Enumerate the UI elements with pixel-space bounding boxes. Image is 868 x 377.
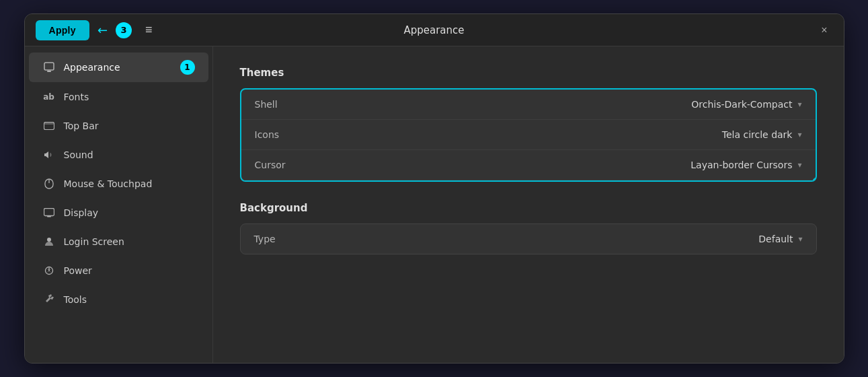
sidebar-item-tools-label: Tools (64, 294, 195, 305)
main-window: Apply ← 3 ≡ Appearance × Appearance 1 ab… (24, 13, 844, 364)
main-content: Themes Shell Orchis-Dark-Compact ▾ Icons… (213, 46, 844, 363)
hamburger-button[interactable]: ≡ (140, 20, 158, 40)
shell-dropdown[interactable]: Orchis-Dark-Compact ▾ (691, 99, 801, 110)
shell-value: Orchis-Dark-Compact (691, 99, 792, 110)
power-icon (42, 264, 56, 277)
login-icon (42, 235, 56, 248)
svg-point-8 (47, 238, 51, 242)
sidebar-item-login-label: Login Screen (64, 236, 195, 247)
type-dropdown-arrow: ▾ (798, 234, 802, 244)
sidebar-item-power-label: Power (64, 265, 195, 276)
type-row: Type Default ▾ (241, 224, 816, 254)
svg-rect-6 (44, 209, 54, 216)
cursor-row: Cursor Layan-border Cursors ▾ (241, 150, 816, 180)
sidebar-item-display[interactable]: Display (29, 199, 208, 227)
sidebar-item-topbar-label: Top Bar (64, 121, 195, 131)
window-title: Appearance (403, 24, 464, 36)
cursor-value: Layan-border Cursors (691, 160, 792, 170)
titlebar-left: Apply ← 3 ≡ (36, 20, 158, 40)
sidebar-item-power[interactable]: Power (29, 256, 208, 285)
appearance-icon (42, 61, 56, 74)
shell-label: Shell (255, 99, 278, 110)
sidebar-item-fonts-label: Fonts (64, 92, 195, 102)
sidebar-item-appearance[interactable]: Appearance 1 (29, 53, 208, 82)
icons-value: Tela circle dark (722, 129, 793, 140)
background-card: Type Default ▾ (240, 224, 817, 254)
icons-row: Icons Tela circle dark ▾ (241, 120, 816, 150)
background-section-title: Background (240, 202, 817, 214)
sidebar: Appearance 1 ab Fonts Top Bar Sound (25, 46, 213, 363)
sidebar-item-login[interactable]: Login Screen (29, 228, 208, 256)
window-body: Appearance 1 ab Fonts Top Bar Sound (25, 46, 844, 363)
sidebar-item-sound[interactable]: Sound (29, 141, 208, 169)
sidebar-item-topbar[interactable]: Top Bar (29, 112, 208, 140)
sidebar-item-tools[interactable]: Tools (29, 285, 208, 314)
cursor-dropdown-arrow: ▾ (797, 160, 801, 170)
apply-button[interactable]: Apply (36, 20, 89, 40)
mouse-icon (42, 177, 56, 191)
icons-dropdown[interactable]: Tela circle dark ▾ (722, 129, 802, 140)
tools-icon (42, 293, 56, 306)
cursor-dropdown[interactable]: Layan-border Cursors ▾ (691, 160, 801, 170)
type-value: Default (758, 234, 793, 244)
close-button[interactable]: × (816, 22, 832, 39)
badge-3: 3 (116, 22, 132, 38)
sidebar-item-appearance-label: Appearance (64, 62, 172, 73)
cursor-label: Cursor (255, 160, 286, 170)
svg-rect-0 (44, 63, 54, 70)
shell-row: Shell Orchis-Dark-Compact ▾ (241, 90, 816, 120)
sidebar-item-mouse-label: Mouse & Touchpad (64, 178, 195, 189)
svg-rect-7 (47, 216, 51, 217)
titlebar-right: × (816, 22, 832, 39)
sidebar-item-sound-label: Sound (64, 149, 195, 160)
themes-card: Shell Orchis-Dark-Compact ▾ Icons Tela c… (240, 88, 817, 182)
titlebar: Apply ← 3 ≡ Appearance × (25, 14, 844, 46)
sidebar-item-display-label: Display (64, 207, 195, 218)
display-icon (42, 206, 56, 219)
shell-dropdown-arrow: ▾ (797, 100, 801, 109)
topbar-icon (42, 119, 56, 133)
fonts-icon: ab (42, 90, 56, 104)
badge-2: 2 (812, 176, 817, 182)
sidebar-item-mouse[interactable]: Mouse & Touchpad (29, 170, 208, 198)
svg-rect-1 (47, 71, 51, 72)
type-label: Type (254, 234, 276, 244)
icons-label: Icons (255, 129, 280, 140)
badge-2-annotation: 2 (812, 176, 817, 182)
arrow-left-icon: ← (97, 23, 108, 37)
type-dropdown[interactable]: Default ▾ (758, 234, 802, 244)
sidebar-item-fonts[interactable]: ab Fonts (29, 83, 208, 111)
icons-dropdown-arrow: ▾ (797, 130, 801, 139)
sound-icon (42, 148, 56, 162)
badge-1: 1 (180, 60, 195, 75)
themes-section-title: Themes (240, 67, 817, 79)
svg-rect-3 (44, 123, 54, 125)
